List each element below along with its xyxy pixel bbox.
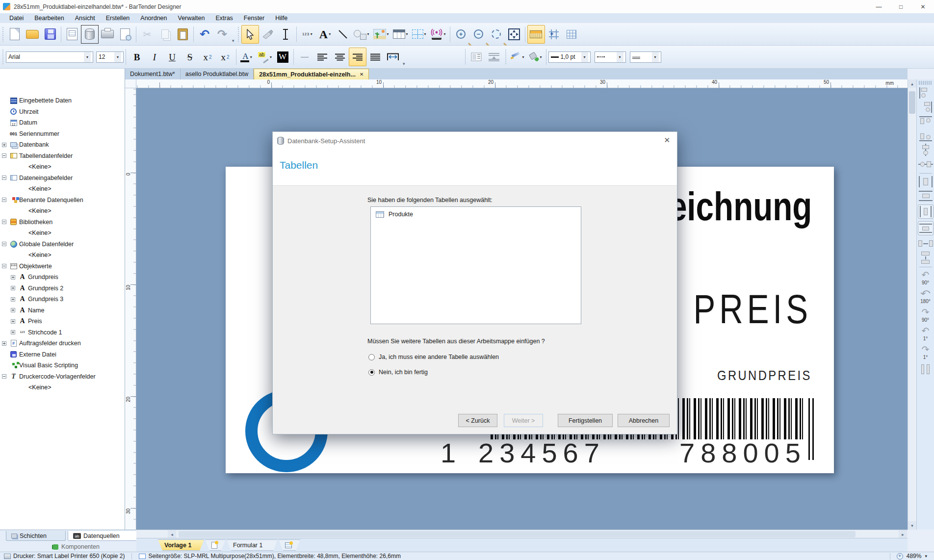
- cut-button[interactable]: ✂: [138, 25, 156, 44]
- menu-hilfe[interactable]: Hilfe: [270, 14, 293, 23]
- center-vertical-button[interactable]: [918, 158, 933, 170]
- page-setup-button[interactable]: [63, 25, 81, 44]
- create-text-button[interactable]: A▾: [316, 25, 334, 44]
- zoom-out-button[interactable]: −: [470, 25, 488, 44]
- scroll-thumb[interactable]: [909, 91, 915, 114]
- menu-bearbeiten[interactable]: Bearbeiten: [29, 14, 69, 23]
- character-spacing-button[interactable]: [384, 48, 402, 66]
- radio-ja-andere-tabelle[interactable]: Ja, ich muss eine andere Tabelle auswähl…: [368, 354, 499, 360]
- radio-selected-icon[interactable]: [368, 369, 375, 376]
- zoom-selection-button[interactable]: [488, 25, 505, 44]
- tree-item-strichcode-1[interactable]: 123Strichcode 1: [0, 327, 125, 338]
- undo-button[interactable]: ↶: [196, 25, 213, 44]
- strikethrough-button[interactable]: S: [181, 48, 199, 66]
- highlight-button[interactable]: ab▾: [256, 48, 274, 66]
- dropdown-caret-icon[interactable]: ▾: [387, 32, 389, 36]
- scroll-right-icon[interactable]: ▸: [899, 530, 907, 538]
- tree-item-grundpreis[interactable]: AGrundpreis: [0, 272, 125, 283]
- dropdown-caret-icon[interactable]: ▾: [522, 55, 524, 59]
- tree-item-objektwerte[interactable]: Objektwerte: [0, 261, 125, 272]
- dropdown-caret-icon[interactable]: ▾: [270, 55, 272, 59]
- fill-color-button[interactable]: ▾: [526, 48, 544, 66]
- tab-close-icon[interactable]: ✕: [360, 72, 363, 77]
- dropdown-caret-icon[interactable]: ▾: [84, 52, 91, 62]
- collapse-icon[interactable]: [2, 220, 6, 224]
- expand-icon[interactable]: [11, 330, 15, 334]
- line-style-select[interactable]: ▾: [630, 51, 661, 63]
- line-color-button[interactable]: ▾: [509, 48, 526, 66]
- tree-item-visual-basic-scripting[interactable]: Visual Basic Scripting: [0, 360, 125, 371]
- tree-item-externe-datei[interactable]: Externe Datei: [0, 349, 125, 360]
- align-right-button[interactable]: [349, 48, 366, 66]
- toolbar-grip[interactable]: [237, 27, 240, 42]
- collapse-icon[interactable]: [2, 242, 6, 246]
- dropdown-caret-icon[interactable]: ▾: [367, 32, 369, 36]
- align-bottom-button[interactable]: [918, 129, 933, 142]
- zoom-dropdown-icon[interactable]: ▾: [925, 554, 927, 559]
- list-item-produkte[interactable]: Produkte: [371, 207, 581, 222]
- finish-button[interactable]: Fertigstellen: [558, 414, 613, 427]
- align-center-button[interactable]: [331, 48, 349, 66]
- doc-tab-asello-produktlabel[interactable]: asello Produktlabel.btw: [181, 69, 254, 79]
- expand-icon[interactable]: [11, 319, 15, 324]
- tree-item-bibliotheken[interactable]: Bibliotheken: [0, 217, 125, 228]
- rfid-button[interactable]: ▾: [428, 25, 448, 44]
- expand-icon[interactable]: [11, 286, 15, 290]
- expand-icon[interactable]: [2, 341, 6, 346]
- tree-item-uhrzeit[interactable]: Uhrzeit: [0, 106, 125, 118]
- dropdown-caret-icon[interactable]: ▾: [406, 32, 408, 36]
- collapse-icon[interactable]: [2, 198, 6, 202]
- equal-vertical-spacing-button[interactable]: [918, 252, 933, 264]
- toggle-rulers-button[interactable]: [527, 25, 545, 44]
- new-document-button[interactable]: [6, 25, 24, 44]
- copy-button[interactable]: [156, 25, 174, 44]
- menu-verwalten[interactable]: Verwalten: [173, 14, 210, 23]
- toolbar-overflow-chevron[interactable]: ▾: [232, 38, 234, 43]
- horizontal-scrollbar[interactable]: ◂ ▸: [136, 530, 908, 538]
- expand-icon[interactable]: [11, 275, 15, 280]
- expand-icon[interactable]: [11, 308, 15, 312]
- radio-unselected-icon[interactable]: [368, 354, 375, 360]
- new-template-tab[interactable]: [205, 539, 226, 551]
- paragraph-format-button[interactable]: [485, 48, 503, 66]
- italic-button[interactable]: I: [146, 48, 163, 66]
- vertical-scrollbar[interactable]: ▴ ▾: [908, 79, 916, 530]
- rotate-right-1-button[interactable]: ↷1°: [917, 345, 934, 360]
- doc-tab-dokument1[interactable]: Dokument1.btw*: [125, 69, 181, 79]
- rotate-left-90-button[interactable]: ↶90°: [917, 270, 934, 286]
- maximize-button[interactable]: □: [890, 0, 912, 13]
- tab-schichten[interactable]: Schichten: [6, 531, 66, 541]
- tree-item-benannte-datenquellen[interactable]: Benannte Datenquellen: [0, 195, 125, 206]
- cancel-button[interactable]: Abbrechen: [618, 414, 670, 427]
- font-name-select[interactable]: Arial ▾: [6, 51, 93, 63]
- format-painter-button[interactable]: [259, 25, 277, 44]
- next-button[interactable]: Weiter >: [504, 414, 543, 427]
- doc-tab-28x51mm-produktlabel[interactable]: 28x51mm_Produktlabel-einzelh...✕: [254, 69, 369, 79]
- line-weight-select[interactable]: 1,0 pt ▾: [548, 51, 591, 63]
- superscript-button[interactable]: x2: [216, 48, 234, 66]
- label-text-bezeichnung[interactable]: eichnung: [669, 186, 812, 227]
- text-position-button[interactable]: [467, 48, 485, 66]
- underline-button[interactable]: U: [163, 48, 181, 66]
- center-in-template-horizontal-button[interactable]: [918, 176, 933, 188]
- equal-horizontal-spacing-button[interactable]: [918, 237, 933, 250]
- rotate-right-90-button[interactable]: ↷90°: [917, 307, 934, 323]
- align-top-button[interactable]: [918, 115, 933, 127]
- tree-item-name[interactable]: AName: [0, 305, 125, 316]
- no-symbol-button[interactable]: —: [296, 48, 313, 66]
- tree-item-grundpreis-2[interactable]: AGrundpreis 2: [0, 283, 125, 294]
- tree-item-grundpreis-3[interactable]: AGrundpreis 3: [0, 294, 125, 305]
- clipped-tool-button[interactable]: [918, 362, 933, 375]
- paste-button[interactable]: [174, 25, 191, 44]
- tree-item-datenbank[interactable]: Datenbank: [0, 139, 125, 151]
- center-object-horizontal-button[interactable]: [918, 204, 934, 219]
- rotate-180-button[interactable]: ↶180°: [917, 289, 934, 305]
- print-preview-button[interactable]: [116, 25, 134, 44]
- collapse-icon[interactable]: [2, 264, 6, 268]
- print-button[interactable]: [99, 25, 116, 44]
- radio-nein-fertig[interactable]: Nein, ich bin fertig: [368, 369, 428, 376]
- dropdown-caret-icon[interactable]: ▾: [329, 32, 331, 36]
- tree-item-preis[interactable]: APreis: [0, 316, 125, 327]
- align-left-button[interactable]: [918, 87, 933, 99]
- dropdown-caret-icon[interactable]: ▾: [424, 32, 426, 36]
